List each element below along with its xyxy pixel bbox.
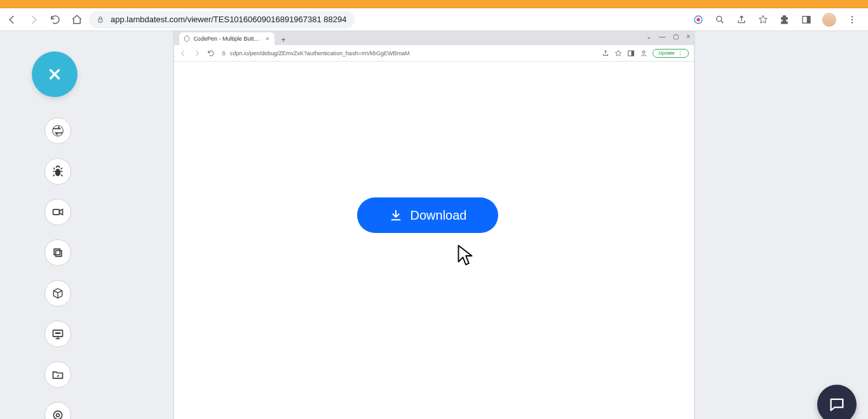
update-menu-icon: ⋮ [677,50,683,57]
svg-point-7 [851,18,853,20]
svg-rect-15 [55,333,60,335]
share-icon[interactable] [736,14,747,25]
inner-star-icon[interactable] [614,50,622,57]
switch-icon[interactable] [44,117,71,144]
folder-icon[interactable] [44,361,71,388]
inner-reload-button[interactable] [207,50,215,57]
svg-rect-12 [56,251,62,256]
star-icon[interactable] [757,14,769,25]
download-button[interactable]: Download [357,197,498,233]
close-window-icon[interactable]: × [686,33,690,40]
update-label: Update [658,50,675,56]
remote-browser-window: CodePen - Multiple Button Tran… × + ⌄ ― … [174,31,694,419]
svg-point-16 [53,411,62,419]
tab-favicon [184,36,189,42]
tab-title: CodePen - Multiple Button Tran… [193,36,261,42]
inner-tab[interactable]: CodePen - Multiple Button Tran… × [179,32,275,45]
session-sidebar [38,51,78,419]
chat-button[interactable] [817,385,857,419]
end-session-button[interactable] [32,51,78,97]
viewer-workspace: CodePen - Multiple Button Tran… × + ⌄ ― … [0,31,868,419]
reload-button[interactable] [50,14,61,25]
inner-address-bar[interactable]: cdpn.io/pen/debug/ZEmvZxK?authentication… [221,50,595,57]
desktop-icon[interactable] [44,321,71,347]
box-icon[interactable] [44,280,71,307]
close-tab-icon[interactable]: × [266,36,269,41]
svg-point-10 [55,169,60,176]
kebab-menu-icon[interactable] [846,14,858,25]
copy-icon[interactable] [44,239,71,266]
nav-buttons [6,14,83,25]
url-text: app.lambdatest.com/viewer/TES10160609016… [111,15,347,24]
bug-icon[interactable] [44,158,71,185]
inner-back-button[interactable] [179,50,187,57]
inner-toolbar: cdpn.io/pen/debug/ZEmvZxK?authentication… [174,45,694,62]
svg-rect-13 [54,249,60,255]
svg-point-3 [717,16,722,21]
inner-share-icon[interactable] [602,50,609,57]
inner-forward-button[interactable] [193,50,201,57]
forward-button[interactable] [28,14,39,25]
extensions-icon[interactable] [779,14,790,25]
inner-profile-icon[interactable] [640,50,648,57]
svg-point-8 [851,22,853,23]
address-bar[interactable]: app.lambdatest.com/viewer/TES10160609016… [89,11,355,29]
back-button[interactable] [6,14,18,25]
outer-browser-toolbar: app.lambdatest.com/viewer/TES10160609016… [0,8,868,31]
maximize-icon[interactable]: ▢ [673,33,679,40]
svg-rect-5 [807,16,810,23]
toolbar-right-icons [693,13,862,27]
minimize-icon[interactable]: ― [659,33,665,40]
svg-point-17 [57,414,60,417]
svg-rect-0 [98,19,102,22]
profile-avatar[interactable] [822,13,836,27]
panel-icon[interactable] [801,14,812,25]
svg-rect-20 [632,51,634,56]
video-icon[interactable] [44,199,71,225]
outer-tab-strip [0,0,868,8]
svg-point-21 [642,51,645,53]
cursor-icon [456,243,474,269]
svg-rect-18 [222,53,225,55]
svg-rect-11 [53,210,60,215]
zoom-icon[interactable] [714,14,726,25]
location-icon[interactable] [44,402,71,419]
inner-panel-icon[interactable] [627,50,635,57]
inner-right-icons: Update ⋮ [602,49,689,58]
svg-point-2 [696,18,700,21]
inner-url-text: cdpn.io/pen/debug/ZEmvZxK?authentication… [230,50,409,57]
inner-page-content: Download [174,62,694,419]
new-tab-button[interactable]: + [278,35,288,45]
lock-icon [97,16,104,23]
download-icon [389,208,403,222]
home-button[interactable] [71,14,83,25]
svg-point-6 [851,16,853,17]
update-button[interactable]: Update ⋮ [653,49,689,58]
google-icon[interactable] [693,14,704,25]
inner-window-controls: ⌄ ― ▢ × [646,33,690,40]
download-label: Download [410,208,467,223]
inner-tab-strip: CodePen - Multiple Button Tran… × + ⌄ ― … [174,31,694,45]
chevron-down-icon[interactable]: ⌄ [646,33,651,40]
inner-lock-icon [221,51,226,56]
